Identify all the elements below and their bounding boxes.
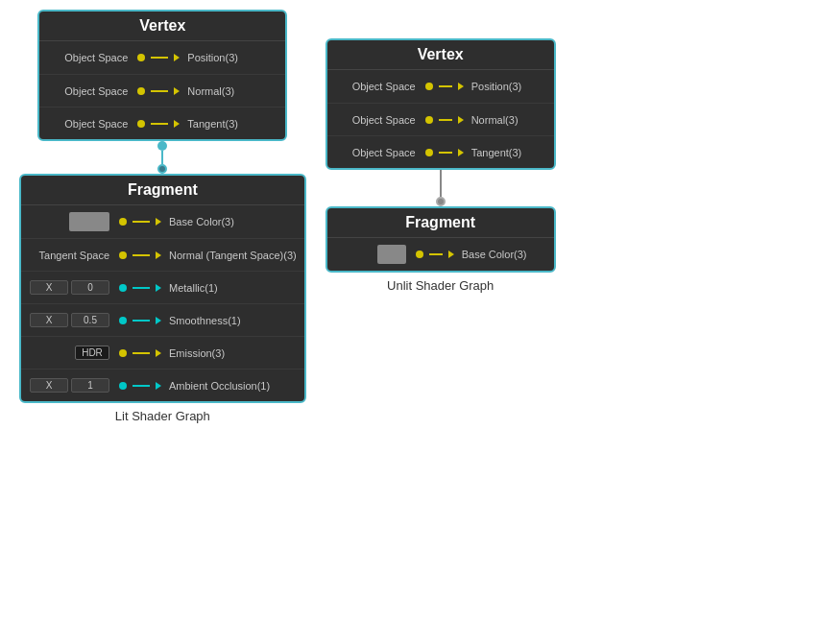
lit-frag-ao-output: Ambient Occlusion(1) xyxy=(169,380,270,392)
unlit-vertex-tang-output: Tangent(3) xyxy=(471,147,522,158)
dot-cyan-icon xyxy=(119,317,127,324)
wire-cyan xyxy=(133,287,150,289)
arrow-right-cyan-icon xyxy=(156,284,161,292)
lit-vertex-node: Vertex Object Space Position(3) Object S… xyxy=(37,10,287,141)
arrow-right-icon xyxy=(174,120,180,128)
smooth-value[interactable]: 0.5 xyxy=(71,313,109,327)
wire-yellow xyxy=(151,90,168,92)
table-row: X 0 Metallic(1) xyxy=(21,271,304,303)
lit-fragment-title: Fragment xyxy=(21,176,304,205)
table-row: Base Color(3) xyxy=(327,238,554,271)
arrow-right-cyan-icon xyxy=(156,317,161,324)
lit-vertex-norm-output: Normal(3) xyxy=(187,85,234,97)
lit-vertex-pos-output: Position(3) xyxy=(187,52,238,63)
unlit-vertex-pos-input: Object Space xyxy=(335,81,422,92)
lit-frag-emission-output: Emission(3) xyxy=(169,347,225,359)
lit-frag-metallic-output: Metallic(1) xyxy=(169,282,218,294)
arrow-right-icon xyxy=(458,149,464,156)
emission-hdr[interactable]: HDR xyxy=(75,346,109,360)
dot-cyan-icon xyxy=(119,382,127,390)
lit-frag-normal-output: Normal (Tangent Space)(3) xyxy=(169,250,297,261)
arrow-right-icon xyxy=(156,349,161,357)
arrow-right-icon xyxy=(458,83,464,90)
wire-yellow xyxy=(439,85,452,87)
wire-yellow xyxy=(133,221,150,223)
unlit-vertex-pos-output: Position(3) xyxy=(471,81,522,92)
arrow-right-icon xyxy=(156,218,161,226)
dot-yellow-icon xyxy=(137,54,145,61)
dot-yellow-icon xyxy=(425,116,433,124)
table-row: X 0.5 Smoothness(1) xyxy=(21,303,304,336)
dot-yellow-icon xyxy=(425,149,433,156)
wire-cyan xyxy=(133,385,150,387)
lit-vertex-tang-input: Object Space xyxy=(47,118,133,130)
unlit-vertex-norm-input: Object Space xyxy=(335,114,422,126)
base-color-swatch[interactable] xyxy=(69,212,109,231)
unlit-fragment-title: Fragment xyxy=(327,208,554,238)
arrow-right-icon xyxy=(156,251,161,259)
metallic-prefix: X xyxy=(30,280,68,295)
dot-yellow-icon xyxy=(119,349,127,357)
wire-dot-bottom xyxy=(436,197,446,206)
dot-yellow-icon xyxy=(137,87,145,95)
table-row: Object Space Normal(3) xyxy=(327,103,554,135)
table-row: HDR Emission(3) xyxy=(21,336,304,369)
unlit-connect-wire xyxy=(436,170,446,206)
wire-yellow xyxy=(151,123,168,125)
arrow-right-icon xyxy=(174,54,180,61)
arrow-right-icon xyxy=(448,250,454,258)
unlit-vertex-norm-output: Normal(3) xyxy=(471,114,519,126)
unlit-label: Unlit Shader Graph xyxy=(387,278,494,293)
arrow-right-cyan-icon xyxy=(156,382,161,390)
unlit-frag-basecolor-output: Base Color(3) xyxy=(462,249,527,260)
lit-vertex-tang-output: Tangent(3) xyxy=(187,118,238,130)
dot-yellow-icon xyxy=(425,83,433,90)
table-row: Object Space Position(3) xyxy=(39,41,285,74)
wire-yellow xyxy=(133,352,150,354)
table-row: Tangent Space Normal (Tangent Space)(3) xyxy=(21,238,304,271)
dot-yellow-icon xyxy=(119,251,127,259)
dot-cyan-icon xyxy=(119,284,127,292)
wire-yellow xyxy=(151,57,168,59)
table-row: Object Space Tangent(3) xyxy=(327,135,554,168)
arrow-right-icon xyxy=(174,87,180,95)
arrow-right-icon xyxy=(458,116,464,124)
unlit-shader-panel: Vertex Object Space Position(3) Object S… xyxy=(326,38,556,293)
wire-line xyxy=(161,151,163,164)
wire-dot-bottom xyxy=(157,164,167,174)
main-container: Vertex Object Space Position(3) Object S… xyxy=(0,0,820,605)
lit-frag-basecolor-output: Base Color(3) xyxy=(169,216,234,227)
unlit-base-color-swatch[interactable] xyxy=(377,245,406,264)
unlit-vertex-tang-input: Object Space xyxy=(335,147,422,158)
ao-prefix: X xyxy=(30,378,68,393)
lit-label: Lit Shader Graph xyxy=(115,409,210,423)
dot-yellow-icon xyxy=(137,120,145,128)
lit-vertex-pos-input: Object Space xyxy=(47,52,133,63)
metallic-value[interactable]: 0 xyxy=(71,280,109,295)
table-row: Object Space Normal(3) xyxy=(39,74,285,107)
wire-yellow xyxy=(429,253,443,255)
smooth-prefix: X xyxy=(30,313,68,327)
dot-yellow-icon xyxy=(416,250,423,258)
unlit-vertex-title: Vertex xyxy=(327,40,554,70)
lit-connect-wire xyxy=(157,141,167,174)
lit-vertex-norm-input: Object Space xyxy=(47,85,133,97)
lit-frag-normal-input: Tangent Space xyxy=(29,250,115,261)
unlit-vertex-node: Vertex Object Space Position(3) Object S… xyxy=(326,38,556,170)
wire-yellow xyxy=(439,119,452,121)
lit-shader-panel: Vertex Object Space Position(3) Object S… xyxy=(19,10,306,423)
table-row: Base Color(3) xyxy=(21,205,304,238)
table-row: Object Space Tangent(3) xyxy=(39,107,285,139)
unlit-fragment-node: Fragment Base Color(3) xyxy=(326,206,556,273)
lit-fragment-node: Fragment Base Color(3) Tangent Space Nor… xyxy=(19,174,306,403)
dot-yellow-icon xyxy=(119,218,127,226)
wire-line xyxy=(440,170,442,197)
wire-dot-top xyxy=(157,141,167,151)
wire-cyan xyxy=(133,320,150,322)
wire-yellow xyxy=(133,254,150,256)
table-row: X 1 Ambient Occlusion(1) xyxy=(21,369,304,401)
lit-vertex-title: Vertex xyxy=(39,12,285,41)
ao-value[interactable]: 1 xyxy=(71,378,109,393)
wire-yellow xyxy=(439,152,452,154)
table-row: Object Space Position(3) xyxy=(327,70,554,103)
